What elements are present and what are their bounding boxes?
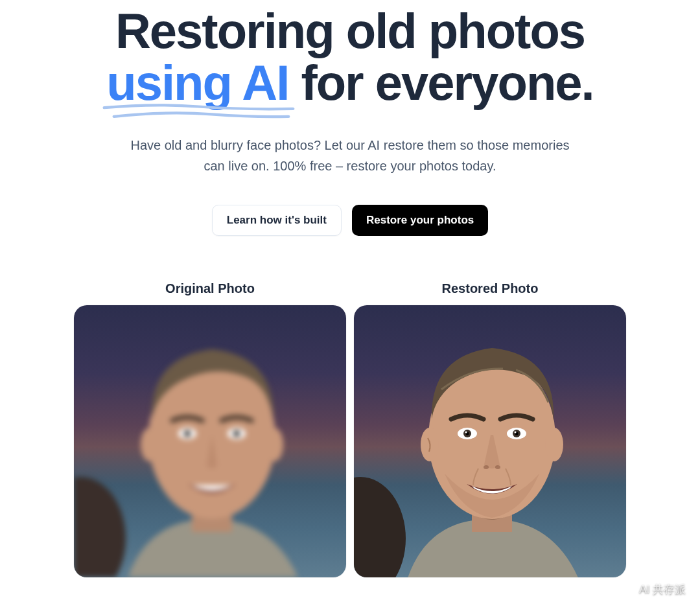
svg-point-17 [465, 431, 467, 433]
svg-point-0 [74, 477, 126, 577]
svg-point-22 [484, 465, 489, 469]
svg-point-21 [515, 431, 517, 433]
cta-button-row: Learn how it's built Restore your photos [13, 205, 687, 236]
restored-photo-label: Restored Photo [442, 281, 539, 296]
svg-point-3 [141, 428, 159, 461]
hero-container: Restoring old photos using AI for everyo… [0, 5, 700, 577]
original-photo [74, 305, 346, 577]
hero-highlight-text: using AI [106, 55, 288, 110]
restored-face-illustration [354, 305, 626, 577]
watermark: AI 共存派 [612, 579, 686, 599]
original-face-illustration [74, 305, 346, 577]
watermark-label: AI 共存派 [639, 582, 686, 597]
hero-title-rest: for everyone. [288, 55, 593, 110]
photo-comparison-grid: Original Photo [13, 281, 687, 577]
svg-point-4 [265, 428, 283, 461]
hero-title-highlight: using AI [106, 57, 288, 109]
svg-point-8 [233, 430, 240, 437]
restore-photos-button[interactable]: Restore your photos [352, 205, 488, 236]
svg-point-6 [184, 430, 191, 437]
restored-photo-column: Restored Photo [354, 281, 626, 577]
original-photo-label: Original Photo [165, 281, 255, 296]
restored-photo [354, 305, 626, 577]
svg-point-9 [354, 477, 406, 577]
hero-title: Restoring old photos using AI for everyo… [13, 5, 687, 109]
svg-point-23 [495, 465, 500, 469]
hero-title-line1: Restoring old photos [13, 5, 687, 57]
hero-title-line2: using AI for everyone. [13, 57, 687, 109]
learn-how-button[interactable]: Learn how it's built [212, 205, 342, 236]
wechat-icon [612, 579, 634, 599]
svg-point-13 [545, 428, 563, 461]
original-photo-column: Original Photo [74, 281, 346, 577]
hero-subtitle: Have old and blurry face photos? Let our… [130, 135, 570, 176]
